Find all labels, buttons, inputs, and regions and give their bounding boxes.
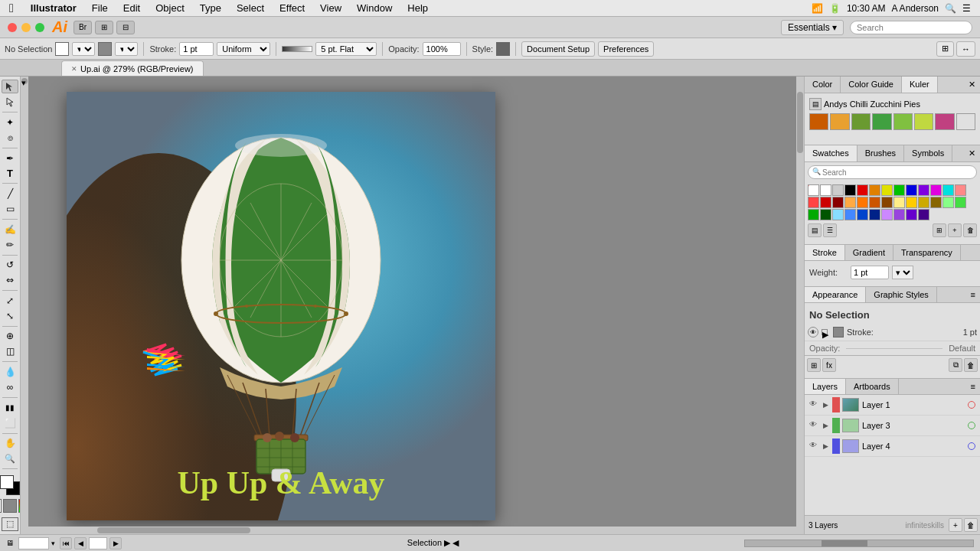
search-icon[interactable]: 🔍 — [945, 3, 956, 14]
tab-stroke[interactable]: Stroke — [805, 245, 845, 260]
play-btn[interactable]: ▶ — [444, 538, 450, 547]
vertical-scrollbar[interactable] — [796, 77, 804, 534]
layer-4-target[interactable] — [968, 442, 975, 450]
opacity-input[interactable] — [423, 42, 461, 56]
gradient-tool[interactable]: ◫ — [2, 344, 18, 358]
swatch-b4[interactable] — [869, 209, 880, 220]
essentials-dropdown[interactable]: Essentials ▾ — [781, 20, 844, 35]
minimize-button[interactable] — [21, 23, 31, 32]
swatch-view-btn[interactable]: ☰ — [823, 223, 837, 237]
layer-1-expand[interactable]: ▶ — [823, 401, 831, 409]
zoom-button[interactable] — [35, 23, 44, 32]
column-chart-tool[interactable]: ▮▮ — [2, 401, 18, 415]
line-tool[interactable]: ╱ — [2, 187, 18, 201]
tab-symbols[interactable]: Symbols — [904, 145, 952, 161]
zoom-dropdown-icon[interactable]: ▾ — [51, 540, 55, 547]
reflect-tool[interactable]: ⇔ — [2, 273, 18, 287]
tab-artboards[interactable]: Artboards — [846, 379, 899, 394]
appear-delete-btn[interactable]: 🗑 — [964, 358, 978, 372]
global-search[interactable] — [850, 21, 972, 34]
horizontal-scrollbar[interactable] — [21, 527, 796, 534]
swatch-r2[interactable] — [808, 197, 819, 208]
align-button[interactable]: ↔ — [956, 41, 975, 57]
foreground-color[interactable] — [0, 475, 14, 489]
swatch-o2[interactable] — [857, 197, 868, 208]
stop-btn[interactable]: ◀ — [452, 538, 459, 547]
swatch-green[interactable] — [893, 184, 905, 196]
swatch-r4[interactable] — [832, 197, 844, 208]
swatch-y3[interactable] — [918, 197, 929, 208]
color-panel-close[interactable]: ✕ — [964, 77, 980, 93]
rect-tool[interactable]: ▭ — [2, 202, 18, 216]
doc-setup-button[interactable]: Document Setup — [521, 41, 595, 57]
fill-indicator[interactable] — [0, 499, 2, 513]
swatch-b2[interactable] — [844, 209, 856, 220]
swatch-magenta[interactable] — [930, 184, 942, 196]
swatch-delete[interactable]: 🗑 — [963, 223, 977, 237]
layout-button[interactable]: ⊟ — [116, 21, 135, 34]
menu-effect[interactable]: Effect — [272, 0, 312, 16]
swatch-b1[interactable] — [832, 209, 844, 220]
tab-kuler[interactable]: Kuler — [902, 77, 938, 93]
swatch-violet[interactable] — [918, 184, 929, 196]
tab-layers[interactable]: Layers — [805, 379, 846, 394]
arrange-view-button[interactable]: ⊞ — [936, 41, 954, 57]
menu-file[interactable]: File — [84, 0, 116, 16]
swatch-yellow[interactable] — [881, 184, 893, 196]
swatch-cyan[interactable] — [942, 184, 954, 196]
layer-3-expand[interactable]: ▶ — [823, 422, 831, 429]
stroke-indicator[interactable] — [3, 499, 17, 513]
tab-appearance[interactable]: Appearance — [805, 287, 866, 302]
layer-row-4[interactable]: 👁 ▶ Layer 4 — [805, 436, 980, 457]
zoom-tool[interactable]: 🔍 — [2, 452, 18, 465]
swatch-orange[interactable] — [869, 184, 880, 196]
layer-4-expand[interactable]: ▶ — [823, 442, 831, 450]
kuler-color-3[interactable] — [851, 113, 871, 130]
swatch-o1[interactable] — [844, 197, 856, 208]
menu-type[interactable]: Type — [192, 0, 229, 16]
app-name[interactable]: Illustrator — [23, 0, 84, 16]
swatches-panel-close[interactable]: ✕ — [964, 145, 980, 161]
menu-edit[interactable]: Edit — [116, 0, 148, 16]
bridge-button[interactable]: Br — [74, 21, 92, 34]
kuler-color-2[interactable] — [830, 113, 849, 130]
shear-tool[interactable]: ⤡ — [2, 309, 18, 323]
swatch-v4[interactable] — [918, 209, 929, 220]
kuler-color-1[interactable] — [809, 113, 828, 130]
menu-object[interactable]: Object — [148, 0, 192, 16]
kuler-color-8[interactable] — [956, 113, 975, 130]
swatch-b3[interactable] — [857, 209, 868, 220]
swatch-blue[interactable] — [906, 184, 917, 196]
swatch-library-btn[interactable]: ▤ — [808, 223, 822, 237]
swatch-none[interactable] — [808, 184, 819, 196]
swatch-r1[interactable] — [955, 184, 966, 196]
stroke-triangle[interactable]: ▶ — [822, 329, 828, 335]
color-selector[interactable] — [0, 475, 21, 493]
lasso-tool[interactable]: ⌾ — [2, 131, 18, 145]
first-page-btn[interactable]: ⏮ — [60, 537, 72, 549]
swatch-r3[interactable] — [820, 197, 831, 208]
stroke-color-swatch[interactable] — [833, 327, 844, 337]
artboard-tool[interactable]: ⬜ — [2, 416, 18, 430]
next-page-btn[interactable]: ▶ — [109, 537, 122, 549]
tab-color[interactable]: Color — [805, 77, 841, 93]
swatch-red[interactable] — [857, 184, 868, 196]
tab-gradient[interactable]: Gradient — [845, 245, 893, 260]
apple-menu[interactable]:  — [0, 2, 23, 15]
menu-view[interactable]: View — [312, 0, 349, 16]
tab-transparency[interactable]: Transparency — [893, 245, 961, 260]
canvas-area[interactable]: ▾ — [21, 77, 804, 534]
preferences-button[interactable]: Preferences — [598, 41, 654, 57]
hand-tool[interactable]: ✋ — [2, 436, 18, 450]
swatch-10pct[interactable] — [832, 184, 844, 196]
zoom-input[interactable]: 279% — [18, 537, 49, 549]
page-input[interactable]: 1 — [89, 537, 107, 549]
menu-help[interactable]: Help — [400, 0, 436, 16]
fill-dropdown[interactable]: ▾ — [72, 42, 95, 56]
appear-fx-btn[interactable]: fx — [822, 358, 836, 372]
layer-row-3[interactable]: 👁 ▶ Layer 3 — [805, 416, 980, 436]
appear-panel-options[interactable]: ≡ — [966, 287, 980, 302]
layer-row-1[interactable]: 👁 ▶ Layer 1 — [805, 395, 980, 416]
prev-page-btn[interactable]: ◀ — [74, 537, 87, 549]
arrange-button[interactable]: ⊞ — [95, 21, 113, 34]
